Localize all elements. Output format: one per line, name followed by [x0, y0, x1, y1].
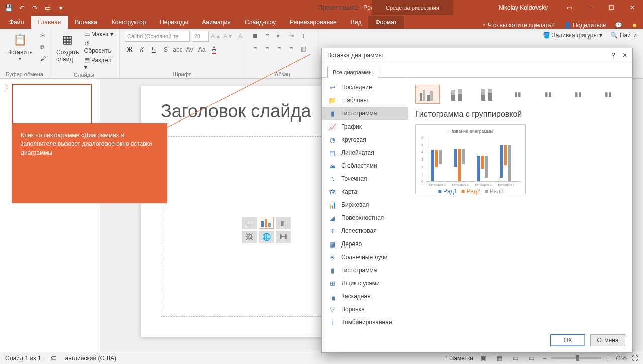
feedback-icon[interactable]: 💬	[615, 22, 622, 29]
tab-review[interactable]: Рецензирование	[283, 16, 344, 29]
tab-insert[interactable]: Вставка	[68, 16, 104, 29]
bullets-icon[interactable]: ≣	[250, 31, 260, 41]
fit-to-window-icon[interactable]: ⛶	[632, 355, 638, 362]
line-spacing-icon[interactable]: ↕	[298, 31, 308, 41]
start-slideshow-icon[interactable]: ▭	[42, 2, 53, 13]
minimize-icon[interactable]: —	[580, 0, 601, 15]
category-item[interactable]: ⛰С областями	[322, 159, 408, 172]
new-slide-button[interactable]: ▦ Создать слайд	[54, 31, 81, 64]
category-item[interactable]: ↩Последние	[322, 81, 408, 94]
insert-video-icon[interactable]: 🎞	[276, 231, 291, 243]
signed-in-user[interactable]: Nikolay Koldovsky	[499, 0, 548, 15]
category-item[interactable]: ◔Круговая	[322, 133, 408, 146]
indent-inc-icon[interactable]: ⇥	[286, 31, 296, 41]
reset-button[interactable]: ↺ Сбросить	[84, 40, 114, 54]
save-icon[interactable]: 💾	[3, 2, 14, 13]
chart-preview[interactable]: Название диаграммы 0123456Категория 1Кат…	[415, 124, 526, 194]
tab-transitions[interactable]: Переходы	[153, 16, 195, 29]
align-right-icon[interactable]: ≡	[274, 44, 284, 54]
clear-format-icon[interactable]: A̶	[235, 31, 245, 41]
category-item[interactable]: ▦Дерево	[322, 237, 408, 251]
shadow-icon[interactable]: abc	[173, 45, 183, 55]
help-icon[interactable]: ?	[612, 52, 615, 59]
tab-view[interactable]: Вид	[344, 16, 369, 29]
subtype-3d-column[interactable]: ▮▮	[596, 85, 620, 104]
subtype-stacked-column[interactable]	[446, 85, 470, 104]
shape-fill-button[interactable]: 🪣 Заливка фигуры ▾	[543, 32, 602, 39]
tab-design[interactable]: Конструктор	[104, 16, 153, 29]
close-icon[interactable]: ✕	[622, 0, 643, 15]
increase-font-icon[interactable]: A▲	[211, 31, 221, 41]
cancel-button[interactable]: Отмена	[590, 334, 625, 346]
strike-icon[interactable]: S	[161, 45, 171, 55]
tab-slideshow[interactable]: Слайд-шоу	[238, 16, 283, 29]
paste-button[interactable]: 📋 Вставить▼	[5, 31, 35, 62]
subtype-3d-clustered[interactable]: ▮▮	[506, 85, 530, 104]
case-icon[interactable]: Aa	[197, 45, 207, 55]
underline-icon[interactable]: Ч	[149, 45, 159, 55]
format-painter-icon[interactable]: 🖌	[38, 54, 48, 64]
align-left-icon[interactable]: ≡	[250, 44, 260, 54]
sorter-view-icon[interactable]: ▦	[494, 354, 505, 363]
subtype-100-stacked[interactable]	[476, 85, 500, 104]
category-item[interactable]: ▤Линейчатая	[322, 146, 408, 159]
font-color-icon[interactable]: A	[209, 45, 219, 55]
zoom-slider[interactable]	[551, 357, 601, 359]
section-button[interactable]: ▤ Раздел ▾	[84, 57, 114, 71]
category-item[interactable]: ∴Точечная	[322, 172, 408, 185]
bold-icon[interactable]: Ж	[125, 45, 135, 55]
tab-file[interactable]: Файл	[2, 16, 31, 29]
subtype-3d-100[interactable]: ▮▮	[566, 85, 590, 104]
subtype-clustered-column[interactable]	[415, 85, 440, 104]
insert-online-picture-icon[interactable]: 🌐	[259, 231, 274, 243]
category-item[interactable]: ▮Гистограмма	[322, 264, 408, 277]
indent-dec-icon[interactable]: ⇤	[274, 31, 284, 41]
tab-animations[interactable]: Анимация	[195, 16, 238, 29]
slideshow-view-icon[interactable]: ▭	[526, 354, 538, 363]
find-button[interactable]: 🔍 Найти	[610, 32, 637, 39]
category-item[interactable]: ☀Солнечные лучи	[322, 251, 408, 264]
tab-format[interactable]: Формат	[368, 16, 404, 29]
share-button[interactable]: 👤 Поделиться	[564, 22, 606, 29]
subtype-3d-stacked[interactable]: ▮▮	[536, 85, 560, 104]
category-item[interactable]: 📈График	[322, 120, 408, 133]
category-item[interactable]: 📁Шаблоны	[322, 94, 408, 107]
layout-button[interactable]: ▭ Макет ▾	[84, 31, 114, 38]
redo-icon[interactable]: ↷	[29, 2, 40, 13]
category-item[interactable]: ✳Лепестковая	[322, 224, 408, 237]
zoom-in-icon[interactable]: +	[606, 355, 610, 362]
tell-me-box[interactable]: ♀ Что вы хотите сделать?	[482, 22, 555, 29]
qat-dropdown-icon[interactable]: ▾	[55, 2, 66, 13]
insert-chart-icon[interactable]	[259, 217, 274, 229]
font-name-box[interactable]: Calibri (Основной те	[125, 31, 190, 42]
ok-button[interactable]: ОК	[550, 334, 585, 346]
insert-picture-icon[interactable]: 🖼	[242, 231, 257, 243]
undo-icon[interactable]: ↶	[16, 2, 27, 13]
spacing-icon[interactable]: AV	[185, 45, 195, 55]
notes-button[interactable]: ≐ Заметки	[444, 355, 473, 362]
spellcheck-icon[interactable]: 🏷	[50, 355, 56, 362]
category-item[interactable]: 📊Биржевая	[322, 198, 408, 211]
insert-smartart-icon[interactable]: ◧	[276, 217, 291, 229]
category-item[interactable]: ▮Гистограмма	[322, 107, 408, 120]
italic-icon[interactable]: К	[137, 45, 147, 55]
category-item[interactable]: ⫿Комбинированная	[322, 316, 408, 329]
category-item[interactable]: ⊞Ящик с усами	[322, 277, 408, 290]
zoom-out-icon[interactable]: −	[543, 355, 546, 362]
category-item[interactable]: ◢Поверхностная	[322, 211, 408, 224]
ribbon-options-icon[interactable]: ▭	[559, 0, 580, 15]
numbering-icon[interactable]: ≡	[262, 31, 272, 41]
decrease-font-icon[interactable]: A▼	[223, 31, 233, 41]
tab-all-charts[interactable]: Все диаграммы	[327, 67, 378, 78]
category-item[interactable]: ▽Воронка	[322, 303, 408, 316]
insert-table-icon[interactable]: ▦	[242, 217, 257, 229]
smile-icon[interactable]: ☻	[631, 22, 638, 29]
normal-view-icon[interactable]: ▣	[478, 354, 489, 363]
font-size-box[interactable]: 28	[192, 31, 209, 42]
columns-icon[interactable]: ▥	[298, 44, 308, 54]
align-center-icon[interactable]: ≡	[262, 44, 272, 54]
justify-icon[interactable]: ≡	[286, 44, 296, 54]
zoom-level[interactable]: 71%	[615, 355, 627, 362]
copy-icon[interactable]: ⧉	[38, 42, 48, 52]
dialog-close-icon[interactable]: ✕	[622, 52, 627, 59]
